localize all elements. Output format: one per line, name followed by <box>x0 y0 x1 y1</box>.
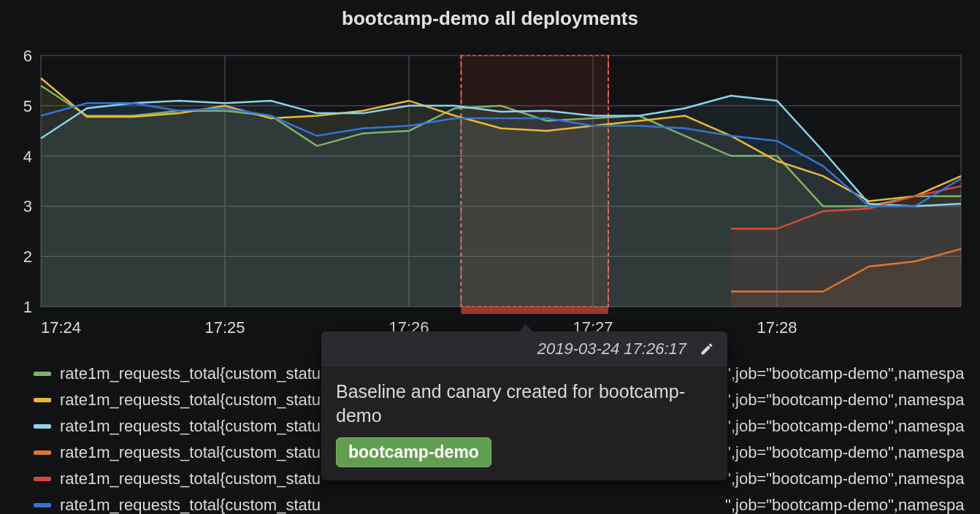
legend-label-left: rate1m_requests_total{custom_statu <box>60 466 321 492</box>
svg-text:2: 2 <box>23 248 32 266</box>
legend-label-right: ",job="bootcamp-demo",namespa <box>725 492 964 514</box>
svg-text:4: 4 <box>23 147 32 166</box>
legend-label-left: rate1m_requests_total{custom_statu <box>60 387 321 413</box>
tooltip-body: Baseline and canary created for bootcamp… <box>321 367 727 434</box>
legend-label-right: ",job="bootcamp-demo",namespa <box>725 387 964 413</box>
legend-label-right: ",job="bootcamp-demo",namespa <box>725 361 964 387</box>
legend-swatch <box>34 398 51 402</box>
svg-text:1: 1 <box>23 298 32 316</box>
edit-annotation-icon[interactable] <box>697 339 717 359</box>
legend-swatch <box>34 424 51 429</box>
legend-item[interactable]: rate1m_requests_total{custom_statu",job=… <box>34 492 973 514</box>
svg-text:3: 3 <box>23 197 32 215</box>
svg-text:17:28: 17:28 <box>757 318 797 337</box>
legend-swatch <box>34 477 51 481</box>
legend-swatch <box>34 503 51 507</box>
legend-swatch <box>34 372 51 376</box>
svg-text:17:25: 17:25 <box>204 318 245 337</box>
legend-label-left: rate1m_requests_total{custom_statu <box>60 440 321 466</box>
tooltip-tag[interactable]: bootcamp-demo <box>336 437 491 467</box>
legend-label-left: rate1m_requests_total{custom_statu <box>60 413 321 440</box>
svg-text:6: 6 <box>23 47 32 65</box>
tooltip-header: 2019-03-24 17:26:17 <box>321 331 727 367</box>
annotation-tooltip: 2019-03-24 17:26:17 Baseline and canary … <box>321 331 727 480</box>
svg-rect-15 <box>461 307 608 314</box>
legend-label-right: ",job="bootcamp-demo",namespa <box>725 440 964 466</box>
legend-swatch <box>34 450 51 455</box>
chart-panel: bootcamp-demo all deployments 123456 17:… <box>0 0 980 514</box>
legend-label-right: ",job="bootcamp-demo",namespa <box>725 413 964 440</box>
chart-area[interactable]: 123456 17:2417:2517:2617:2717:28 <box>19 51 968 307</box>
svg-text:17:24: 17:24 <box>41 318 81 337</box>
panel-title: bootcamp-demo all deployments <box>0 0 980 43</box>
legend-label-left: rate1m_requests_total{custom_statu <box>60 492 321 514</box>
line-chart-svg: 123456 17:2417:2517:2617:2717:28 <box>19 51 968 307</box>
legend-label-left: rate1m_requests_total{custom_statu <box>60 361 321 387</box>
tooltip-timestamp: 2019-03-24 17:26:17 <box>537 340 686 358</box>
svg-text:5: 5 <box>23 97 32 115</box>
legend-label-right: ",job="bootcamp-demo",namespa <box>725 466 964 492</box>
